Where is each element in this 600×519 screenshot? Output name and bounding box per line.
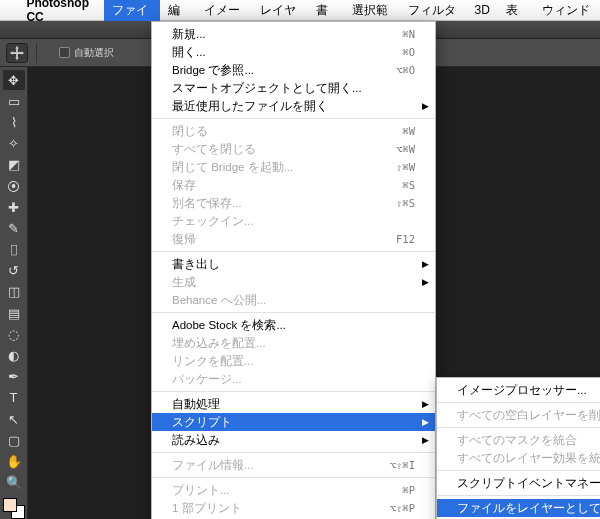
menu-item-label: 最近使用したファイルを開く bbox=[172, 100, 328, 112]
menu-separator bbox=[152, 391, 435, 392]
gradient-tool[interactable]: ▤ bbox=[3, 303, 25, 323]
menu-item[interactable]: イメージプロセッサー... bbox=[437, 381, 600, 399]
menu-item: すべての空白レイヤーを削除 bbox=[437, 406, 600, 424]
menu-item[interactable]: スマートオブジェクトとして開く... bbox=[152, 79, 435, 97]
menu-item-label: リンクを配置... bbox=[172, 355, 254, 367]
menu-item: Behance へ公開... bbox=[152, 291, 435, 309]
menu-item-label: 1 部プリント bbox=[172, 502, 242, 514]
path-select-tool[interactable]: ↖ bbox=[3, 409, 25, 429]
eraser-tool[interactable]: ◫ bbox=[3, 282, 25, 302]
menu-item-label: スマートオブジェクトとして開く... bbox=[172, 82, 362, 94]
move-tool-preset-icon[interactable] bbox=[6, 43, 28, 63]
history-brush-tool[interactable]: ↺ bbox=[3, 261, 25, 281]
menu-shortcut: ⌥⌘W bbox=[396, 140, 415, 158]
menu-item: 閉じる⌘W bbox=[152, 122, 435, 140]
menu-separator bbox=[152, 452, 435, 453]
auto-select-checkbox[interactable] bbox=[59, 47, 70, 58]
menu-選択範囲[interactable]: 選択範囲 bbox=[344, 0, 400, 21]
menu-item[interactable]: Adobe Stock を検索... bbox=[152, 316, 435, 334]
menu-item-label: すべてのレイヤー効果を統合 bbox=[457, 452, 600, 464]
healing-tool[interactable]: ✚ bbox=[3, 197, 25, 217]
eyedropper-tool[interactable]: ⦿ bbox=[3, 176, 25, 196]
menu-separator bbox=[437, 402, 600, 403]
menu-item[interactable]: 書き出し▶ bbox=[152, 255, 435, 273]
menu-separator bbox=[152, 312, 435, 313]
menu-item-label: パッケージ... bbox=[172, 373, 242, 385]
menu-shortcut: ⌥⇧⌘P bbox=[390, 499, 415, 517]
menu-shortcut: ⌥⌘O bbox=[396, 61, 415, 79]
lasso-tool[interactable]: ⌇ bbox=[3, 112, 25, 132]
menu-separator bbox=[152, 477, 435, 478]
menu-item-label: Behance へ公開... bbox=[172, 294, 266, 306]
menu-item[interactable]: ファイルをレイヤーとして読み込み... bbox=[437, 499, 600, 517]
menu-item-label: 読み込み bbox=[172, 434, 220, 446]
menu-item: リンクを配置... bbox=[152, 352, 435, 370]
menu-item-label: Bridge で参照... bbox=[172, 64, 254, 76]
menu-書式[interactable]: 書式 bbox=[308, 0, 344, 21]
menu-ファイル[interactable]: ファイル bbox=[104, 0, 160, 21]
menu-shortcut: ⇧⌘S bbox=[396, 194, 415, 212]
menu-item[interactable]: Bridge で参照...⌥⌘O bbox=[152, 61, 435, 79]
menu-item-label: 復帰 bbox=[172, 233, 196, 245]
toolbar: ✥▭⌇✧◩⦿✚✎⌷↺◫▤◌◐✒T↖▢✋🔍 bbox=[0, 67, 28, 519]
stamp-tool[interactable]: ⌷ bbox=[3, 240, 25, 260]
menu-item-label: 開く... bbox=[172, 46, 206, 58]
menu-item[interactable]: 最近使用したファイルを開く▶ bbox=[152, 97, 435, 115]
hand-tool[interactable]: ✋ bbox=[3, 451, 25, 471]
menu-item-label: イメージプロセッサー... bbox=[457, 384, 587, 396]
menu-3D[interactable]: 3D bbox=[467, 0, 498, 21]
crop-tool[interactable]: ◩ bbox=[3, 155, 25, 175]
menu-item: 復帰F12 bbox=[152, 230, 435, 248]
file-menu-dropdown: 新規...⌘N開く...⌘OBridge で参照...⌥⌘Oスマートオブジェクト… bbox=[151, 21, 436, 519]
menu-レイヤー[interactable]: レイヤー bbox=[252, 0, 308, 21]
menu-item: 埋め込みを配置... bbox=[152, 334, 435, 352]
submenu-arrow-icon: ▶ bbox=[422, 431, 429, 449]
magic-wand-tool[interactable]: ✧ bbox=[3, 134, 25, 154]
dodge-tool[interactable]: ◐ bbox=[3, 345, 25, 365]
menu-item: チェックイン... bbox=[152, 212, 435, 230]
menu-item: プリント...⌘P bbox=[152, 481, 435, 499]
menu-item[interactable]: 開く...⌘O bbox=[152, 43, 435, 61]
menu-フィルター[interactable]: フィルター bbox=[400, 0, 466, 21]
menu-item: ファイル情報...⌥⇧⌘I bbox=[152, 456, 435, 474]
menu-表示[interactable]: 表示 bbox=[498, 0, 534, 21]
menu-item-label: 生成 bbox=[172, 276, 196, 288]
blur-tool[interactable]: ◌ bbox=[3, 324, 25, 344]
menu-item-label: 閉じて Bridge を起動... bbox=[172, 161, 293, 173]
menu-ウィンドウ[interactable]: ウィンドウ bbox=[534, 0, 600, 21]
menu-shortcut: ⌘W bbox=[402, 122, 415, 140]
menu-shortcut: ⌥⇧⌘I bbox=[390, 456, 415, 474]
menu-shortcut: ⌘S bbox=[402, 176, 415, 194]
pen-tool[interactable]: ✒ bbox=[3, 367, 25, 387]
menu-イメージ[interactable]: イメージ bbox=[196, 0, 252, 21]
menu-item[interactable]: 読み込み▶ bbox=[152, 431, 435, 449]
foreground-color-swatch[interactable] bbox=[3, 498, 17, 512]
menu-shortcut: ⌘O bbox=[402, 43, 415, 61]
menu-編集[interactable]: 編集 bbox=[160, 0, 196, 21]
menu-separator bbox=[152, 251, 435, 252]
zoom-tool[interactable]: 🔍 bbox=[3, 473, 25, 493]
menu-item-label: 別名で保存... bbox=[172, 197, 242, 209]
brush-tool[interactable]: ✎ bbox=[3, 218, 25, 238]
menu-separator bbox=[437, 427, 600, 428]
menu-separator bbox=[437, 495, 600, 496]
type-tool[interactable]: T bbox=[3, 388, 25, 408]
mac-menubar: Photoshop CC ファイル編集イメージレイヤー書式選択範囲フィルター3D… bbox=[0, 0, 600, 21]
move-tool[interactable]: ✥ bbox=[3, 70, 25, 90]
color-swatches[interactable] bbox=[3, 498, 25, 519]
shape-tool[interactable]: ▢ bbox=[3, 430, 25, 450]
menu-item-label: スクリプトイベントマネージャー... bbox=[457, 477, 600, 489]
menu-item-label: スクリプト bbox=[172, 416, 232, 428]
menu-item-label: チェックイン... bbox=[172, 215, 254, 227]
marquee-tool[interactable]: ▭ bbox=[3, 91, 25, 111]
menu-item[interactable]: スクリプト▶ bbox=[152, 413, 435, 431]
menu-item[interactable]: 自動処理▶ bbox=[152, 395, 435, 413]
menu-item-label: ファイル情報... bbox=[172, 459, 254, 471]
menu-item-label: 新規... bbox=[172, 28, 206, 40]
menu-item[interactable]: スクリプトイベントマネージャー... bbox=[437, 474, 600, 492]
menu-item: すべてのレイヤー効果を統合 bbox=[437, 449, 600, 467]
menu-item-label: 自動処理 bbox=[172, 398, 220, 410]
auto-select-label: 自動選択 bbox=[74, 46, 114, 60]
menu-item[interactable]: 新規...⌘N bbox=[152, 25, 435, 43]
menu-item: 1 部プリント⌥⇧⌘P bbox=[152, 499, 435, 517]
